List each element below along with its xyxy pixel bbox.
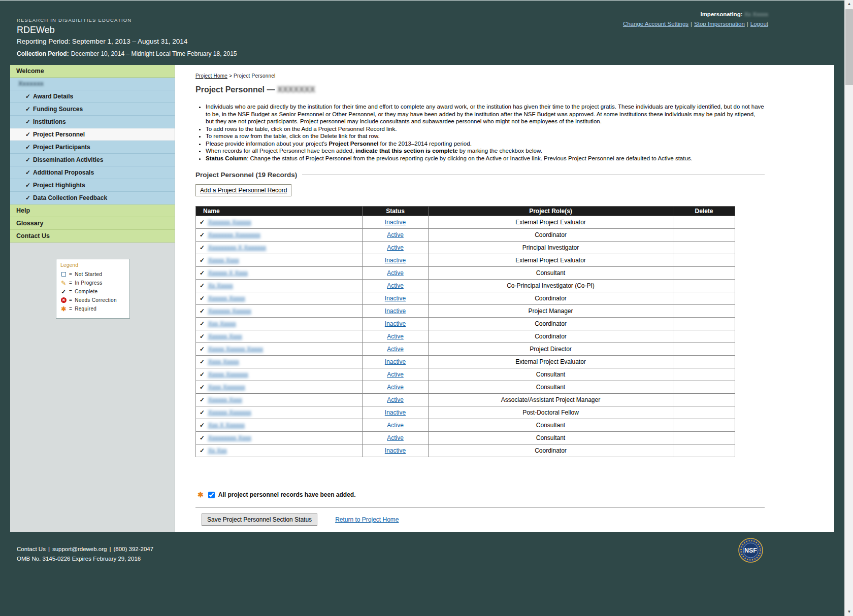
sidebar-item-data-collection-feedback[interactable]: ✓ Data Collection Feedback <box>10 192 175 204</box>
sidebar-item-project-personnel[interactable]: ✓ Project Personnel <box>10 128 175 141</box>
personnel-delete-cell <box>673 318 735 330</box>
personnel-name-link-redacted[interactable]: Xxxx Xxxxx <box>208 358 239 365</box>
sidebar: Welcome Xxxxxxx ✓ Award Details ✓ Fundin… <box>10 65 175 532</box>
return-to-project-home-link[interactable]: Return to Project Home <box>335 516 399 523</box>
personnel-status-link[interactable]: Inactive <box>385 358 406 365</box>
complete-check-icon: ✓ <box>200 219 205 226</box>
sidebar-nav-items: ✓ Award Details ✓ Funding Sources ✓ Inst… <box>10 90 175 204</box>
legend-title: Legend <box>60 262 125 268</box>
personnel-status-link[interactable]: Inactive <box>385 257 406 264</box>
page: RESEARCH IN DISABILITIES EDUCATION RDEWe… <box>0 0 844 616</box>
sidebar-item-glossary[interactable]: Glossary <box>10 217 175 230</box>
personnel-status-link[interactable]: Active <box>387 244 404 251</box>
check-icon: ✓ <box>25 90 30 103</box>
sidebar-item-help[interactable]: Help <box>10 204 175 217</box>
personnel-name-link-redacted[interactable]: Xx Xxxxx <box>208 282 233 289</box>
personnel-delete-cell <box>673 368 735 381</box>
footer-email-link[interactable]: support@rdeweb.org <box>52 546 107 552</box>
personnel-status-link[interactable]: Active <box>387 384 404 391</box>
sidebar-item-project-highlights[interactable]: ✓ Project Highlights <box>10 179 175 192</box>
complete-check-icon: ✓ <box>200 346 205 353</box>
personnel-name-link-redacted[interactable]: Xxxxxx Xxxx <box>208 333 242 340</box>
personnel-status-link[interactable]: Active <box>387 396 404 403</box>
personnel-status-link[interactable]: Active <box>387 434 404 441</box>
scrollbar-thumb[interactable] <box>845 9 853 85</box>
instruction-item: Individuals who are paid directly by the… <box>206 103 765 125</box>
personnel-name-link-redacted[interactable]: Xxxxxxx Xxxxxx <box>208 307 251 315</box>
personnel-name-link-redacted[interactable]: Xxxxxxxxx X Xxxxxxx <box>208 244 266 251</box>
personnel-status-link[interactable]: Inactive <box>385 307 406 315</box>
sidebar-item-institutions[interactable]: ✓ Institutions <box>10 116 175 128</box>
personnel-name-link-redacted[interactable]: Xxxxxxx Xxxxxx <box>208 219 251 226</box>
complete-check-icon: ✓ <box>200 295 205 302</box>
personnel-status-link[interactable]: Inactive <box>385 320 406 327</box>
sidebar-item-additional-proposals[interactable]: ✓ Additional Proposals <box>10 166 175 179</box>
sidebar-item-welcome[interactable]: Welcome <box>10 65 175 78</box>
personnel-role: Co-Principal Investigator (Co-PI) <box>429 280 673 292</box>
personnel-delete-cell <box>673 267 735 280</box>
legend-equals: = <box>69 306 72 312</box>
change-account-settings-link[interactable]: Change Account Settings <box>623 21 688 27</box>
personnel-status-link[interactable]: Active <box>387 371 404 378</box>
stop-impersonation-link[interactable]: Stop Impersonation <box>694 21 745 27</box>
breadcrumb-project-home-link[interactable]: Project Home <box>195 73 227 79</box>
complete-check-icon: ✓ <box>200 244 205 251</box>
personnel-status-link[interactable]: Active <box>387 269 404 277</box>
personnel-role: Coordinator <box>429 444 673 457</box>
sidebar-item-dissemination-activities[interactable]: ✓ Dissemination Activities <box>10 154 175 166</box>
personnel-name-link-redacted[interactable]: Xxxxx Xxxx <box>208 257 239 264</box>
column-header-roles: Project Role(s) <box>429 207 673 216</box>
scroll-down-arrow-icon[interactable] <box>845 608 853 616</box>
personnel-status-link[interactable]: Inactive <box>385 409 406 416</box>
logout-link[interactable]: Logout <box>750 21 768 27</box>
personnel-name-link-redacted[interactable]: Xx Xxx <box>208 447 226 454</box>
legend-item: ✱ = Required <box>60 304 125 313</box>
sidebar-item-project-participants[interactable]: ✓ Project Participants <box>10 141 175 154</box>
sidebar-item-contact-us[interactable]: Contact Us <box>10 230 175 243</box>
table-row: ✓ Xxxxxx Xxxx Active Associate/Assistant… <box>196 394 735 406</box>
personnel-status-link[interactable]: Inactive <box>385 295 406 302</box>
personnel-name-link-redacted[interactable]: Xxxx Xxxxxxx <box>208 384 245 391</box>
table-row: ✓ Xx Xxxxx Active Co-Principal Investiga… <box>196 280 735 292</box>
personnel-name-link-redacted[interactable]: Xxxxxx X Xxxx <box>208 269 248 277</box>
personnel-name-link-redacted[interactable]: Xxxxxx Xxxxx <box>208 295 245 302</box>
nsf-logo: NSF <box>738 538 763 563</box>
personnel-status-link[interactable]: Active <box>387 282 404 289</box>
personnel-status-link[interactable]: Inactive <box>385 447 406 454</box>
personnel-delete-cell <box>673 305 735 318</box>
sidebar-item-award-details[interactable]: ✓ Award Details <box>10 90 175 103</box>
personnel-status-link[interactable]: Active <box>387 422 404 429</box>
sidebar-item-label: Project Highlights <box>33 179 85 192</box>
footer-contact-us-link[interactable]: Contact Us <box>17 546 46 552</box>
action-row: Save Project Personnel Section Status Re… <box>195 514 765 526</box>
personnel-name-link-redacted[interactable]: Xxxxxxxxx Xxxx <box>208 434 251 441</box>
personnel-name-link-redacted[interactable]: Xxxxxxxx Xxxxxxxx <box>208 231 260 238</box>
footer-contact-line: Contact Us|support@rdeweb.org|(800) 392-… <box>17 546 844 552</box>
personnel-name-link-redacted[interactable]: Xxx Xxxxx <box>208 320 236 327</box>
instruction-item: Status Column: Change the status of Proj… <box>206 155 765 162</box>
column-header-delete: Delete <box>673 207 735 216</box>
account-links: Change Account Settings|Stop Impersonati… <box>623 21 768 27</box>
sidebar-award-number[interactable]: Xxxxxxx <box>10 78 175 90</box>
personnel-status-link[interactable]: Active <box>387 333 404 340</box>
scroll-up-arrow-icon[interactable] <box>845 0 853 8</box>
personnel-status-link[interactable]: Inactive <box>385 219 406 226</box>
personnel-name-link-redacted[interactable]: Xxxxxx Xxxx <box>208 396 242 403</box>
personnel-delete-cell <box>673 292 735 305</box>
personnel-name-link-redacted[interactable]: Xxxxx Xxxxxx Xxxxx <box>208 346 263 353</box>
sidebar-item-label: Additional Proposals <box>33 166 94 179</box>
sidebar-item-funding-sources[interactable]: ✓ Funding Sources <box>10 103 175 116</box>
legend-equals: = <box>69 289 72 294</box>
personnel-name-link-redacted[interactable]: Xxx X Xxxxxx <box>208 422 245 429</box>
section-complete-checkbox[interactable] <box>208 492 215 498</box>
instruction-item: When records for all Project Personnel h… <box>206 147 765 155</box>
required-icon: ✱ <box>60 305 67 313</box>
personnel-delete-cell <box>673 343 735 356</box>
add-personnel-record-button[interactable]: Add a Project Personnel Record <box>195 184 291 196</box>
personnel-name-link-redacted[interactable]: Xxxxx Xxxxxxx <box>208 371 248 378</box>
save-section-status-button[interactable]: Save Project Personnel Section Status <box>202 514 317 526</box>
personnel-name-link-redacted[interactable]: Xxxxxx Xxxxxxx <box>208 409 251 416</box>
personnel-status-link[interactable]: Active <box>387 231 404 238</box>
scrollbar[interactable] <box>844 0 853 616</box>
personnel-status-link[interactable]: Active <box>387 346 404 353</box>
